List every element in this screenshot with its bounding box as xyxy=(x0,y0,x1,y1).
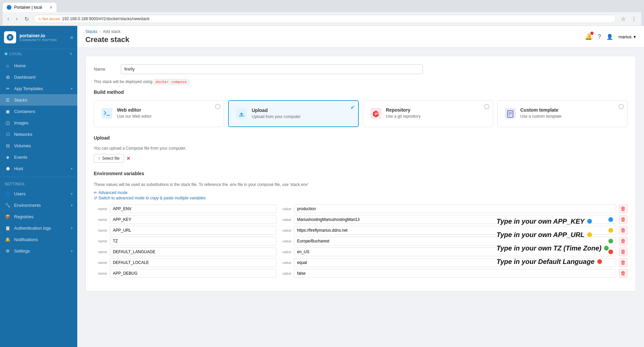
env-delete-button-5[interactable]: 🗑 xyxy=(619,258,628,267)
chevron-down-icon-environments: ▾ xyxy=(71,203,73,207)
sidebar-item-containers[interactable]: ▣ Containers xyxy=(0,106,77,117)
nav-refresh-button[interactable]: ↻ xyxy=(23,15,31,23)
tab-close-icon[interactable]: × xyxy=(50,5,52,10)
advanced-mode-link[interactable]: ✏ Advanced mode xyxy=(94,190,628,195)
sidebar-item-networks[interactable]: ⬡ Networks xyxy=(0,128,77,140)
web-editor-radio[interactable] xyxy=(215,104,220,109)
sidebar-item-environments[interactable]: 🔧 Environments ▾ xyxy=(0,199,77,211)
sidebar-item-events[interactable]: ◈ Events xyxy=(0,151,77,163)
chevron-down-icon-users: ▾ xyxy=(71,192,73,196)
env-name-input-4[interactable] xyxy=(110,247,276,256)
switch-mode-link[interactable]: ↺ Switch to advanced mode to copy & past… xyxy=(94,196,628,200)
env-value-label-0: value xyxy=(279,207,291,211)
sidebar-item-home[interactable]: ⌂ Home xyxy=(0,60,77,71)
name-input[interactable] xyxy=(121,64,423,74)
logo-icon xyxy=(4,31,16,43)
env-delete-button-0[interactable]: 🗑 xyxy=(619,204,628,213)
env-name-label-1: name xyxy=(94,218,107,222)
env-row-3: name value 🗑 xyxy=(94,237,628,245)
help-icon[interactable]: ? xyxy=(598,33,601,40)
sidebar-logo: portainer.io COMMUNITY EDITION « xyxy=(0,26,77,49)
env-indicator-1 xyxy=(608,217,613,222)
tab-title: Portainer | local xyxy=(14,5,42,10)
name-label: Name xyxy=(94,67,121,72)
browser-tab[interactable]: Portainer | local × xyxy=(3,3,56,12)
breadcrumb-stacks-link[interactable]: Stacks xyxy=(85,29,97,34)
env-name-input-2[interactable] xyxy=(110,226,276,235)
env-name-label-4: name xyxy=(94,250,107,254)
delete-icon-3: 🗑 xyxy=(620,238,626,244)
bookmark-icon[interactable]: ☆ xyxy=(618,14,628,24)
env-value-input-6[interactable] xyxy=(294,269,616,277)
sidebar-item-app-templates[interactable]: ✏ App Templates ▾ xyxy=(0,83,77,94)
env-close-icon[interactable]: × xyxy=(70,51,73,56)
sidebar-item-host[interactable]: ⬢ Host ▾ xyxy=(0,163,77,174)
env-value-input-2[interactable] xyxy=(294,226,608,234)
web-editor-icon xyxy=(101,107,113,119)
env-name-input-1[interactable] xyxy=(110,215,276,224)
env-name-input-3[interactable] xyxy=(110,237,276,245)
user-profile-icon[interactable]: 👤 xyxy=(606,34,613,40)
env-name-input-0[interactable] xyxy=(110,204,276,213)
build-card-upload[interactable]: Upload Upload from your computer ✔ xyxy=(228,100,358,127)
env-value-input-0[interactable] xyxy=(294,205,616,213)
env-delete-button-6[interactable]: 🗑 xyxy=(619,269,628,278)
env-delete-button-1[interactable]: 🗑 xyxy=(619,215,628,224)
env-value-wrapper-5 xyxy=(294,258,616,267)
not-secure-label: ⚠ Not secure xyxy=(38,17,60,21)
env-name-label-3: name xyxy=(94,239,107,243)
sidebar-item-settings[interactable]: ⚙ Settings ▾ xyxy=(0,245,77,257)
notifications-icon-header[interactable]: 🔔 xyxy=(585,33,592,40)
sidebar-item-volumes[interactable]: ⊟ Volumes xyxy=(0,140,77,151)
custom-template-radio[interactable] xyxy=(618,104,624,109)
build-card-web-editor[interactable]: Web editor Use our Web editor xyxy=(94,100,224,127)
env-value-input-4[interactable] xyxy=(294,248,608,256)
main-area: Stacks › Add stack Create stack 🔔 ? 👤 ma… xyxy=(77,26,644,347)
browser-chrome: Portainer | local × ‹ › ↻ ⚠ Not secure 1… xyxy=(0,0,644,26)
sidebar-item-dashboard[interactable]: ⊞ Dashboard xyxy=(0,71,77,83)
settings-icon[interactable]: ⋮ xyxy=(629,14,639,24)
upload-radio[interactable]: ✔ xyxy=(350,104,355,111)
env-value-input-5[interactable] xyxy=(294,259,616,267)
user-menu[interactable]: marius ▾ xyxy=(618,34,636,39)
sidebar-item-dashboard-label: Dashboard xyxy=(14,75,73,80)
env-value-input-3[interactable] xyxy=(294,237,608,245)
env-delete-button-3[interactable]: 🗑 xyxy=(619,237,628,245)
web-editor-desc: Use our Web editor xyxy=(117,114,217,119)
custom-template-desc: Use a custom template xyxy=(520,114,620,119)
sidebar-item-registries-label: Registries xyxy=(14,214,73,219)
sidebar-item-volumes-label: Volumes xyxy=(14,143,73,148)
header-actions: 🔔 ? 👤 marius ▾ xyxy=(585,33,636,40)
env-row-0: name value 🗑 xyxy=(94,204,628,213)
sidebar-item-registries[interactable]: 📦 Registries xyxy=(0,211,77,222)
sidebar-item-networks-label: Networks xyxy=(14,132,73,137)
env-value-wrapper-6 xyxy=(294,269,616,278)
sidebar-collapse-icon[interactable]: « xyxy=(70,34,73,40)
build-card-repository[interactable]: git Repository Use a git repository xyxy=(363,100,493,127)
sidebar-item-auth-logs[interactable]: 📋 Authentication logs ▾ xyxy=(0,222,77,234)
build-method-section: Build method xyxy=(94,89,628,95)
nav-back-button[interactable]: ‹ xyxy=(5,15,11,23)
sidebar-item-users[interactable]: 👤 Users ▾ xyxy=(0,188,77,199)
build-card-custom-template[interactable]: Custom template Use a custom template xyxy=(497,100,628,127)
env-delete-button-4[interactable]: 🗑 xyxy=(619,247,628,256)
volumes-icon: ⊟ xyxy=(5,143,11,149)
env-name-input-5[interactable] xyxy=(110,258,276,267)
sidebar-item-images-label: Images xyxy=(14,120,73,125)
env-status-dot xyxy=(5,52,7,55)
env-name-label-2: name xyxy=(94,228,107,232)
env-name-input-6[interactable] xyxy=(110,269,276,278)
select-file-button[interactable]: ↑ Select file xyxy=(94,154,124,163)
address-bar[interactable]: ⚠ Not secure 192.168.0.188:9000/#!/2/doc… xyxy=(34,15,616,23)
upload-section: Upload You can upload a Compose file fro… xyxy=(94,135,628,163)
nav-forward-button[interactable]: › xyxy=(14,15,19,23)
env-value-input-1[interactable] xyxy=(294,216,608,224)
settings-section-header: Settings xyxy=(5,182,25,186)
env-delete-button-2[interactable]: 🗑 xyxy=(619,226,628,235)
env-value-wrapper-2 xyxy=(294,226,616,235)
sidebar-item-stacks[interactable]: ☰ Stacks xyxy=(0,94,77,106)
sidebar-item-images[interactable]: ◫ Images xyxy=(0,117,77,128)
sidebar-item-notifications[interactable]: 🔔 Notifications xyxy=(0,234,77,245)
clear-file-button[interactable]: × xyxy=(127,155,130,162)
repository-radio[interactable] xyxy=(484,104,489,109)
